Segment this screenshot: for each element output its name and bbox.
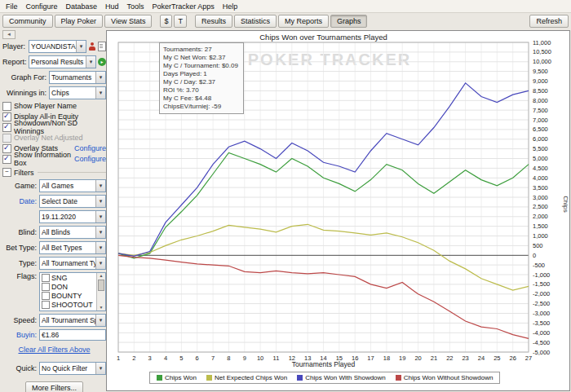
play-poker-button[interactable]: Play Poker [55, 15, 104, 28]
toolbar: Community Play Poker View Stats $ T Resu… [0, 13, 571, 29]
configure-overlay-stats-link[interactable]: Configure [74, 144, 106, 152]
view-stats-button[interactable]: View Stats [104, 15, 152, 28]
checkbox-icon[interactable] [2, 155, 11, 164]
buyin-label[interactable]: Buyin: [2, 331, 39, 339]
type-dropdown[interactable]: All Tournament Types [39, 257, 106, 270]
tab-results[interactable]: Results [195, 15, 232, 28]
more-filters-button[interactable]: More Filters... [25, 381, 83, 392]
svg-text:3,000: 3,000 [533, 194, 548, 201]
filters-title: Filters [14, 169, 34, 177]
menu-database[interactable]: Database [62, 2, 102, 11]
checkbox-icon[interactable] [2, 112, 11, 121]
report-dropdown[interactable]: Personal Results [29, 55, 96, 68]
date-picker[interactable]: 19.11.2020 [39, 210, 106, 223]
chevron-down-icon[interactable] [76, 41, 86, 52]
flag-label: DON [51, 283, 68, 291]
graph-for-value: Tournaments [51, 73, 95, 81]
menu-help[interactable]: Help [219, 2, 242, 11]
checkbox-label: Showdown/Non SD Winnings [14, 119, 106, 135]
chevron-down-icon[interactable] [95, 227, 105, 238]
scroll-down-icon[interactable]: ▼ [100, 305, 104, 311]
scroll-up-icon[interactable]: ▲ [100, 273, 104, 279]
scrollbar-thumb[interactable] [98, 280, 104, 291]
legend-label: Chips Won With Showdown [305, 374, 386, 381]
flag-label: SHOOTOUT [51, 301, 93, 309]
legend-label: Chips Won Without Showdown [404, 374, 494, 381]
chevron-down-icon[interactable] [95, 363, 105, 374]
checkbox-showdown-non-sd-winnings[interactable]: Showdown/Non SD Winnings [2, 123, 106, 131]
info-line: Days Played: 1 [163, 70, 238, 78]
flag-checkbox[interactable] [42, 283, 50, 291]
bet-type-dropdown[interactable]: All Bet Types [39, 241, 106, 254]
blind-dropdown[interactable]: All Blinds [39, 226, 106, 239]
menu-tools[interactable]: Tools [123, 2, 148, 11]
checkbox-show-information-box[interactable]: Show Information Box Configure [2, 155, 106, 163]
svg-text:-2,500: -2,500 [533, 300, 550, 307]
tab-graphs[interactable]: Graphs [330, 15, 368, 28]
player-dropdown[interactable]: YOUANDISTARS [29, 40, 86, 53]
speed-label: Speed: [2, 316, 39, 324]
clear-all-filters-link[interactable]: Clear All Filters Above [2, 346, 106, 354]
date-label[interactable]: Date: [2, 197, 39, 205]
type-value: All Tournament Types [42, 259, 95, 267]
checkbox-label: Show Information Box [14, 151, 74, 167]
svg-text:1,500: 1,500 [533, 222, 548, 230]
configure-information-box-link[interactable]: Configure [74, 155, 106, 163]
notes-icon[interactable] [98, 42, 106, 51]
chevron-down-icon[interactable] [95, 258, 105, 269]
graph-for-dropdown[interactable]: Tournaments [49, 71, 106, 84]
checkbox-icon[interactable] [2, 144, 11, 153]
menu-pokertracker-apps[interactable]: PokerTracker Apps [148, 2, 219, 11]
svg-text:5,000: 5,000 [533, 155, 548, 162]
svg-text:-1,500: -1,500 [533, 280, 550, 288]
date-dropdown[interactable]: Select Date [39, 195, 106, 208]
community-button[interactable]: Community [2, 15, 53, 28]
speed-dropdown[interactable]: All Tournament Speeds [39, 314, 106, 327]
chevron-down-icon[interactable] [86, 56, 95, 68]
flag-checkbox[interactable] [42, 292, 50, 300]
svg-text:2,500: 2,500 [533, 203, 548, 210]
chevron-down-icon[interactable] [95, 72, 105, 83]
flags-scrollbar[interactable]: ▲ ▼ [96, 273, 105, 311]
flags-listbox[interactable]: SNG DON BOUNTY SHOOTOUT ▲ ▼ [39, 272, 106, 311]
refresh-button[interactable]: Refresh [529, 15, 569, 28]
tournament-toggle-button[interactable]: T [174, 15, 187, 28]
tab-statistics[interactable]: Statistics [234, 15, 277, 28]
collapse-filters-icon[interactable]: − [2, 168, 11, 177]
player-icon[interactable] [88, 42, 96, 51]
chevron-down-icon[interactable] [95, 87, 105, 99]
chevron-down-icon[interactable] [95, 242, 105, 253]
svg-text:8,500: 8,500 [533, 87, 548, 95]
flag-item-shootout[interactable]: SHOOTOUT [42, 301, 96, 309]
game-dropdown[interactable]: All Games [39, 179, 106, 192]
flag-checkbox[interactable] [42, 274, 50, 282]
winnings-in-value: Chips [51, 89, 95, 97]
tab-my-reports[interactable]: My Reports [278, 15, 329, 28]
chevron-down-icon[interactable] [95, 180, 105, 192]
graph-for-row: Graph For: Tournaments [2, 71, 106, 84]
checkbox-show-player-name[interactable]: Show Player Name [2, 102, 106, 110]
currency-toggle-button[interactable]: $ [160, 15, 172, 28]
winnings-in-dropdown[interactable]: Chips [49, 86, 106, 99]
svg-text:9,500: 9,500 [533, 68, 548, 75]
checkbox-icon[interactable] [2, 102, 11, 111]
date-value: Select Date [42, 197, 95, 205]
run-report-icon[interactable] [98, 58, 106, 66]
svg-text:-4,000: -4,000 [533, 329, 550, 337]
info-line: My C / Day: $2.37 [163, 78, 238, 86]
calendar-dropdown-icon[interactable] [95, 211, 105, 222]
chevron-down-icon[interactable] [95, 315, 105, 326]
checkbox-icon[interactable] [2, 123, 11, 132]
menu-file[interactable]: File [2, 2, 22, 11]
flag-item-bounty[interactable]: BOUNTY [42, 292, 96, 300]
collapse-sidebar-button[interactable]: ◄ [2, 30, 15, 39]
flag-item-don[interactable]: DON [42, 283, 96, 291]
quick-filter-dropdown[interactable]: No Quick Filter [39, 362, 106, 375]
info-line: ChipsEV/turniej: -59 [163, 103, 238, 111]
menu-hud[interactable]: Hud [101, 2, 123, 11]
chevron-down-icon[interactable] [95, 196, 105, 207]
flag-item-sng[interactable]: SNG [42, 274, 96, 282]
flag-checkbox[interactable] [42, 301, 50, 309]
menu-configure[interactable]: Configure [22, 2, 62, 11]
buyin-input[interactable]: €1.86 [39, 329, 106, 341]
